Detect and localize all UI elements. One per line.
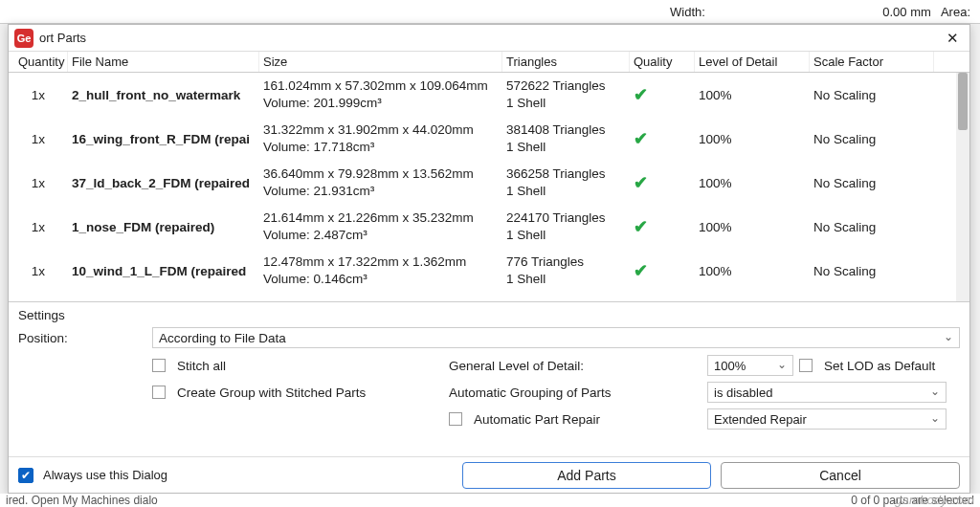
col-quality[interactable]: Quality [630,52,695,72]
width-label: Width: [670,5,705,19]
cell-filename: 2_hull_front_no_watermark [68,88,259,102]
cell-triangles: 776 Triangles1 Shell [502,254,630,288]
width-value: 0.00 mm Area: [882,5,970,19]
auto-group-label: Automatic Grouping of Parts [449,386,707,400]
titlebar: Ge ort Parts ✕ [9,25,969,52]
always-use-dialog-checkbox[interactable]: ✔ [18,468,33,483]
cell-size: 36.640mm x 79.928mm x 13.562mmVolume: 21… [259,165,502,200]
cell-lod: 100% [695,264,810,278]
table-header: Quantity File Name Size Triangles Qualit… [9,52,969,73]
cell-triangles: 381408 Triangles1 Shell [502,121,630,156]
stitch-all-checkbox[interactable] [152,359,166,372]
cell-lod: 100% [695,132,810,146]
dialog-title: ort Parts [39,31,86,45]
create-group-label: Create Group with Stitched Parts [177,386,366,400]
col-triangles[interactable]: Triangles [502,52,630,72]
cell-quantity: 1x [9,132,68,146]
general-lod-label: General Level of Detail: [449,359,707,373]
close-icon[interactable]: ✕ [941,27,964,50]
import-parts-dialog: Ge ort Parts ✕ Quantity File Name Size T… [8,24,970,494]
cell-size: 31.322mm x 31.902mm x 44.020mmVolume: 17… [259,121,502,156]
cell-quantity: 1x [9,220,68,234]
status-left: ired. Open My Machines dialo [6,494,158,507]
cell-quantity: 1x [9,264,68,278]
create-group-checkbox[interactable] [152,386,166,399]
auto-repair-checkbox[interactable] [449,412,462,426]
status-bar: ired. Open My Machines dialo 0 of 0 part… [0,494,980,507]
cell-size: 12.478mm x 17.322mm x 1.362mmVolume: 0.1… [259,254,502,288]
cell-size: 21.614mm x 21.226mm x 35.232mmVolume: 2.… [259,209,502,244]
quality-check-icon: ✔ [630,128,695,149]
quality-check-icon: ✔ [630,260,695,281]
cell-quantity: 1x [9,88,68,102]
parts-table: Quantity File Name Size Triangles Qualit… [9,52,969,302]
cell-scale: No Scaling [810,88,934,102]
cell-lod: 100% [695,220,810,234]
watermark: gambody.com [895,493,974,507]
col-filename[interactable]: File Name [68,52,259,72]
col-scale[interactable]: Scale Factor [810,52,934,72]
table-row[interactable]: 1x2_hull_front_no_watermark161.024mm x 5… [9,73,969,117]
cell-triangles: 224170 Triangles1 Shell [502,209,630,244]
cell-filename: 10_wind_1_L_FDM (repaired [68,264,259,278]
cell-lod: 100% [695,176,810,190]
always-use-dialog-label: Always use this Dialog [43,468,167,482]
settings-panel: Settings Position: According to File Dat… [9,302,969,456]
set-lod-default-label: Set LOD as Default [824,359,935,373]
cell-filename: 1_nose_FDM (repaired) [68,220,259,234]
button-bar: ✔ Always use this Dialog Add Parts Cance… [9,456,969,493]
cell-scale: No Scaling [810,220,934,234]
col-quantity[interactable]: Quantity [9,52,68,72]
table-body: 1x2_hull_front_no_watermark161.024mm x 5… [9,73,969,302]
settings-heading: Settings [18,308,960,322]
table-row[interactable]: 1x1_nose_FDM (repaired)21.614mm x 21.226… [9,205,969,249]
stitch-all-label: Stitch all [177,359,226,373]
cell-size: 161.024mm x 57.302mm x 109.064mmVolume: … [259,77,502,112]
cell-triangles: 572622 Triangles1 Shell [502,77,630,112]
cancel-button[interactable]: Cancel [721,462,960,489]
cell-scale: No Scaling [810,264,934,278]
cell-scale: No Scaling [810,132,934,146]
quality-check-icon: ✔ [630,172,695,193]
general-lod-select[interactable]: 100% [707,355,793,376]
auto-repair-select[interactable]: Extended Repair [707,408,947,430]
app-logo-icon: Ge [14,29,33,48]
table-row[interactable]: 1x37_ld_back_2_FDM (repaired36.640mm x 7… [9,161,969,205]
quality-check-icon: ✔ [630,84,695,105]
position-label: Position: [18,331,152,345]
cell-lod: 100% [695,88,810,102]
add-parts-button[interactable]: Add Parts [462,462,711,489]
quality-check-icon: ✔ [630,216,695,237]
cell-scale: No Scaling [810,176,934,190]
scrollbar-track[interactable] [956,73,969,301]
table-row[interactable]: 1x10_wind_1_L_FDM (repaired12.478mm x 17… [9,249,969,293]
cell-quantity: 1x [9,176,68,190]
scrollbar-thumb[interactable] [958,73,968,130]
cell-filename: 16_wing_front_R_FDM (repai [68,132,259,146]
background-toolbar: Width: 0.00 mm Area: [0,0,980,24]
cell-filename: 37_ld_back_2_FDM (repaired [68,176,259,190]
cell-triangles: 366258 Triangles1 Shell [502,165,630,200]
auto-repair-label: Automatic Part Repair [474,412,600,427]
table-row[interactable]: 1x16_wing_front_R_FDM (repai31.322mm x 3… [9,117,969,161]
auto-group-select[interactable]: is disabled [707,382,947,403]
col-lod[interactable]: Level of Detail [695,52,810,72]
col-size[interactable]: Size [259,52,502,72]
position-select[interactable]: According to File Data [152,327,960,348]
set-lod-default-checkbox[interactable] [799,359,813,372]
